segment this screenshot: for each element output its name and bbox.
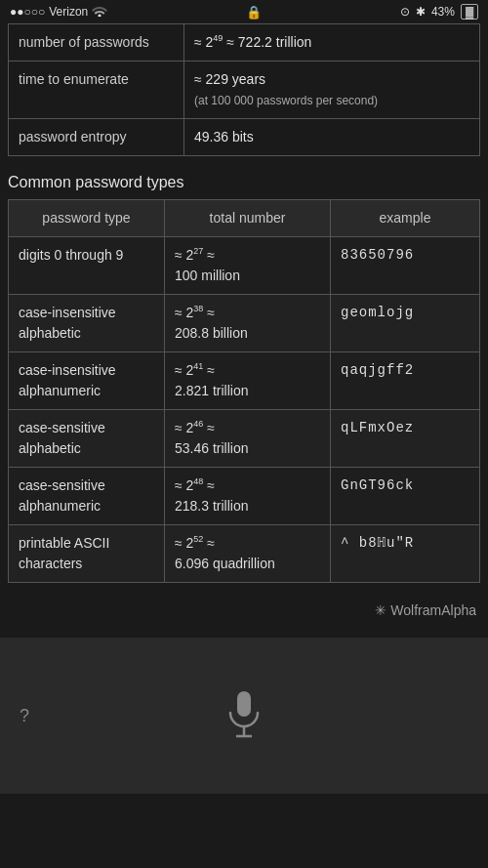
pw-example: qaqjgff2 xyxy=(331,352,480,410)
table-row: case-sensitive alphabetic≈ 246 ≈53.46 tr… xyxy=(9,410,480,468)
pw-example: GnGT96ck xyxy=(331,468,480,525)
status-bar: ●●○○○ Verizon 🔒 ⊙ ✱ 43% ▓ xyxy=(0,0,488,23)
table-header-row: password type total number example xyxy=(9,200,480,237)
lock-icon: 🔒 xyxy=(246,5,262,20)
col-header-total: total number xyxy=(165,200,331,237)
carrier-name: Verizon xyxy=(49,5,88,19)
pw-type: printable ASCII characters xyxy=(9,525,165,583)
pw-total: ≈ 248 ≈218.3 trillion xyxy=(165,468,331,525)
col-header-type: password type xyxy=(9,200,165,237)
summary-value: ≈ 229 years(at 100 000 passwords per sec… xyxy=(184,62,480,119)
pw-example: 83650796 xyxy=(331,237,480,295)
battery-percent: 43% xyxy=(431,5,455,19)
pw-type: case-sensitive alphabetic xyxy=(9,410,165,468)
summary-label: time to enumerate xyxy=(9,62,184,119)
table-row: printable ASCII characters≈ 252 ≈6.096 q… xyxy=(9,525,480,583)
pw-total: ≈ 246 ≈53.46 trillion xyxy=(165,410,331,468)
pw-type: case-sensitive alphanumeric xyxy=(9,468,165,525)
pw-total: ≈ 227 ≈100 million xyxy=(165,237,331,295)
table-row: case-sensitive alphanumeric≈ 248 ≈218.3 … xyxy=(9,468,480,525)
status-left: ●●○○○ Verizon xyxy=(10,5,107,20)
alarm-icon: ⊙ xyxy=(400,5,410,19)
mic-icon xyxy=(224,689,264,743)
summary-label: password entropy xyxy=(9,119,184,156)
pw-example: geomlojg xyxy=(331,295,480,352)
summary-label: number of passwords xyxy=(9,24,184,62)
col-header-example: example xyxy=(331,200,480,237)
pw-type: digits 0 through 9 xyxy=(9,237,165,295)
summary-value: 49.36 bits xyxy=(184,119,480,156)
table-row: digits 0 through 9≈ 227 ≈100 million8365… xyxy=(9,237,480,295)
table-row: case-insensitive alphanumeric≈ 241 ≈2.82… xyxy=(9,352,480,410)
summary-value: ≈ 249 ≈ 722.2 trillion xyxy=(184,24,480,62)
table-row: time to enumerate ≈ 229 years(at 100 000… xyxy=(9,62,480,119)
pw-type: case-insensitive alphabetic xyxy=(9,295,165,352)
pw-type: case-insensitive alphanumeric xyxy=(9,352,165,410)
signal-dots: ●●○○○ xyxy=(10,5,45,19)
pw-example: ^ b8ℍu"R xyxy=(331,525,480,583)
bluetooth-icon: ✱ xyxy=(416,5,426,19)
status-right: ⊙ ✱ 43% ▓ xyxy=(400,4,478,20)
table-row: password entropy 49.36 bits xyxy=(9,119,480,156)
pw-total: ≈ 238 ≈208.8 billion xyxy=(165,295,331,352)
password-types-table: password type total number example digit… xyxy=(8,199,480,583)
battery-icon: ▓ xyxy=(461,4,478,20)
wifi-icon xyxy=(92,5,107,20)
svg-rect-0 xyxy=(237,691,251,717)
help-button[interactable]: ? xyxy=(20,706,29,726)
summary-table: number of passwords ≈ 249 ≈ 722.2 trilli… xyxy=(8,23,480,156)
pw-total: ≈ 241 ≈2.821 trillion xyxy=(165,352,331,410)
section-heading: Common password types xyxy=(0,164,488,199)
table-row: number of passwords ≈ 249 ≈ 722.2 trilli… xyxy=(9,24,480,62)
pw-total: ≈ 252 ≈6.096 quadrillion xyxy=(165,525,331,583)
pw-example: qLFmxOez xyxy=(331,410,480,468)
table-row: case-insensitive alphabetic≈ 238 ≈208.8 … xyxy=(9,295,480,352)
bottom-area: ? xyxy=(0,638,488,794)
wolfram-branding: ✳ WolframAlpha xyxy=(0,599,488,630)
microphone-button[interactable] xyxy=(220,686,268,745)
